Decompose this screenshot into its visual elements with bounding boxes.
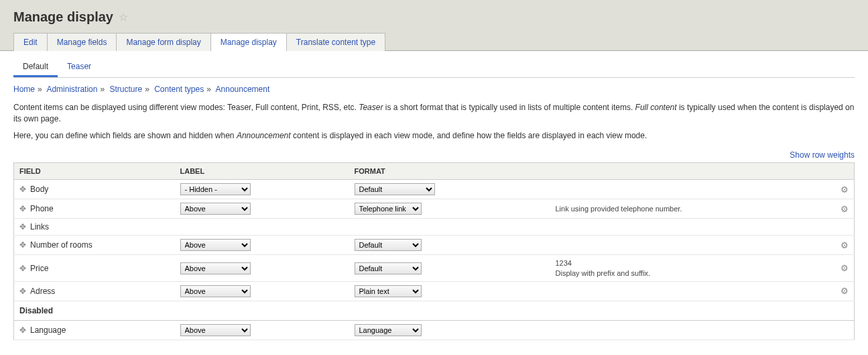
tab-manage-fields[interactable]: Manage fields bbox=[47, 33, 117, 51]
fields-table: FIELD LABEL FORMAT ✥Body- Hidden -Defaul… bbox=[13, 162, 855, 340]
table-row: ✥LanguageAboveLanguage bbox=[14, 320, 855, 340]
primary-tabs: Edit Manage fields Manage form display M… bbox=[13, 33, 855, 51]
col-extra bbox=[550, 163, 834, 180]
table-row: ✥Links bbox=[14, 219, 855, 236]
table-row: ✥PriceAboveDefault1234Display with prefi… bbox=[14, 255, 855, 282]
row-summary: Link using provided telephone number. bbox=[550, 199, 834, 219]
row-summary bbox=[550, 281, 834, 301]
breadcrumb-home[interactable]: Home bbox=[13, 85, 35, 94]
drag-handle-icon[interactable]: ✥ bbox=[19, 264, 30, 273]
disabled-section: Disabled bbox=[14, 301, 855, 320]
gear-icon[interactable]: ⚙ bbox=[841, 286, 849, 296]
subtab-teaser[interactable]: Teaser bbox=[58, 58, 101, 77]
drag-handle-icon[interactable]: ✥ bbox=[19, 204, 30, 213]
row-summary bbox=[550, 180, 834, 199]
breadcrumb-structure[interactable]: Structure bbox=[109, 85, 142, 94]
layout-options-panel: ▼LAYOUT OPTIONS Use Layout Builder Allow… bbox=[15, 350, 853, 355]
tab-translate[interactable]: Translate content type bbox=[286, 33, 385, 51]
gear-icon[interactable]: ⚙ bbox=[841, 263, 849, 273]
layout-options-legend[interactable]: ▼LAYOUT OPTIONS bbox=[15, 350, 853, 355]
row-summary bbox=[550, 219, 834, 236]
secondary-tabs: Default Teaser bbox=[13, 51, 855, 78]
drag-handle-icon[interactable]: ✥ bbox=[19, 240, 30, 250]
description-line-2: Here, you can define which fields are sh… bbox=[13, 130, 855, 142]
show-row-weights-link[interactable]: Show row weights bbox=[790, 150, 855, 160]
field-name: Body bbox=[30, 185, 48, 194]
col-field: FIELD bbox=[14, 163, 175, 180]
label-format-select[interactable]: Above bbox=[180, 203, 251, 215]
label-format-select[interactable]: - Hidden - bbox=[180, 183, 251, 195]
breadcrumb-announcement[interactable]: Announcement bbox=[216, 85, 270, 94]
label-format-select[interactable]: Above bbox=[180, 285, 251, 297]
tab-manage-form-display[interactable]: Manage form display bbox=[116, 33, 210, 51]
gear-icon[interactable]: ⚙ bbox=[841, 204, 849, 214]
tab-manage-display[interactable]: Manage display bbox=[210, 33, 287, 51]
row-summary: 1234Display with prefix and suffix. bbox=[550, 255, 834, 282]
label-format-select[interactable]: Plain text bbox=[355, 285, 422, 297]
col-actions bbox=[834, 163, 855, 180]
label-format-select[interactable]: Above bbox=[180, 262, 251, 274]
table-row: ✥AdressAbovePlain text⚙ bbox=[14, 281, 855, 301]
field-name: Phone bbox=[30, 204, 54, 213]
label-format-select[interactable]: Telephone link bbox=[355, 203, 422, 215]
page-title: Manage display ☆ bbox=[13, 9, 855, 25]
label-format-select[interactable]: Default bbox=[355, 183, 435, 195]
description-line-1: Content items can be displayed using dif… bbox=[13, 102, 855, 125]
drag-handle-icon[interactable]: ✥ bbox=[19, 325, 30, 335]
field-name: Number of rooms bbox=[30, 240, 92, 250]
row-summary bbox=[550, 320, 834, 340]
breadcrumb-content-types[interactable]: Content types bbox=[154, 85, 204, 94]
label-format-select[interactable]: Default bbox=[355, 239, 422, 251]
field-name: Price bbox=[30, 264, 48, 273]
drag-handle-icon[interactable]: ✥ bbox=[19, 222, 30, 232]
col-label: LABEL bbox=[175, 163, 349, 180]
table-row: ✥Body- Hidden -Default⚙ bbox=[14, 180, 855, 199]
page-title-text: Manage display bbox=[13, 9, 113, 25]
star-icon[interactable]: ☆ bbox=[119, 11, 128, 23]
drag-handle-icon[interactable]: ✥ bbox=[19, 287, 30, 296]
subtab-default[interactable]: Default bbox=[13, 58, 58, 77]
breadcrumb: Home» Administration» Structure» Content… bbox=[13, 78, 855, 99]
table-row: ✥Number of roomsAboveDefault⚙ bbox=[14, 236, 855, 255]
label-format-select[interactable]: Above bbox=[180, 239, 251, 251]
label-format-select[interactable]: Above bbox=[180, 324, 251, 336]
col-format: FORMAT bbox=[349, 163, 550, 180]
tab-edit[interactable]: Edit bbox=[13, 33, 48, 51]
field-name: Adress bbox=[30, 287, 55, 296]
breadcrumb-administration[interactable]: Administration bbox=[46, 85, 97, 94]
gear-icon[interactable]: ⚙ bbox=[841, 240, 849, 250]
field-name: Links bbox=[30, 222, 49, 232]
label-format-select[interactable]: Default bbox=[355, 262, 422, 274]
label-format-select[interactable]: Language bbox=[355, 324, 422, 336]
row-summary bbox=[550, 236, 834, 255]
field-name: Language bbox=[30, 325, 66, 335]
table-row: ✥PhoneAboveTelephone linkLink using prov… bbox=[14, 199, 855, 219]
gear-icon[interactable]: ⚙ bbox=[841, 185, 849, 195]
drag-handle-icon[interactable]: ✥ bbox=[19, 185, 30, 194]
